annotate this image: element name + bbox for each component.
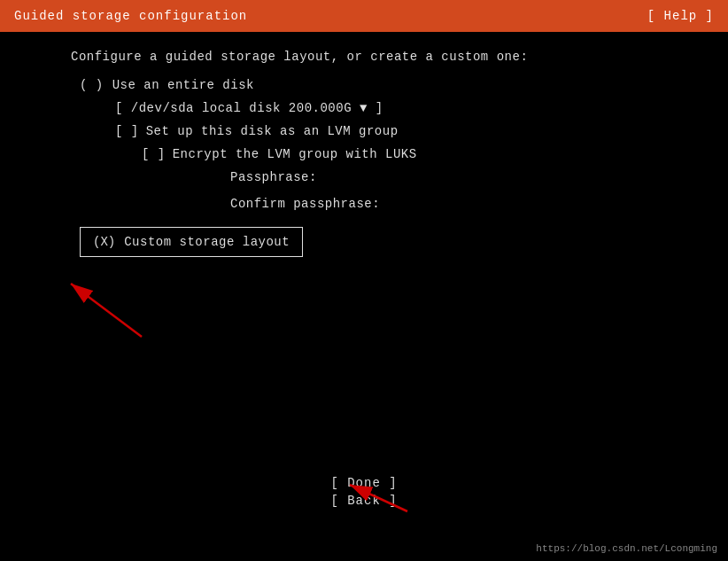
done-button[interactable]: [ Done ] [330, 476, 397, 490]
custom-storage-radio: (X) [93, 235, 115, 249]
help-button[interactable]: [ Help ] [647, 9, 714, 23]
encrypt-luks-label: Encrypt the LVM group with LUKS [173, 147, 417, 161]
bottom-buttons: [ Done ] [ Back ] [0, 476, 728, 508]
title-text: Guided storage configuration [14, 9, 247, 23]
setup-lvm-row[interactable]: [ ] Set up this disk as an LVM group [71, 124, 657, 138]
svg-line-1 [71, 284, 142, 337]
setup-lvm-label: Set up this disk as an LVM group [146, 124, 399, 138]
main-content: Configure a guided storage layout, or cr… [0, 32, 728, 284]
watermark: https://blog.csdn.net/Lcongming [536, 543, 717, 554]
encrypt-luks-row[interactable]: [ ] Encrypt the LVM group with LUKS [71, 147, 657, 161]
back-button[interactable]: [ Back ] [330, 494, 397, 508]
passphrase-label: Passphrase: [230, 170, 317, 184]
screen: Guided storage configuration [ Help ] Co… [0, 0, 728, 561]
confirm-passphrase-label: Confirm passphrase: [230, 197, 380, 211]
use-entire-disk-label: Use an entire disk [112, 78, 254, 92]
custom-storage-option[interactable]: (X) Custom storage layout [80, 227, 303, 257]
confirm-passphrase-field: Confirm passphrase: [71, 197, 657, 211]
disk-dropdown[interactable]: [ /dev/sda local disk 200.000G ▼ ] [115, 101, 383, 115]
disk-dropdown-row[interactable]: [ /dev/sda local disk 200.000G ▼ ] [71, 101, 657, 115]
custom-storage-label: Custom storage layout [124, 235, 290, 249]
setup-lvm-checkbox[interactable]: [ ] [115, 124, 139, 138]
instruction-text: Configure a guided storage layout, or cr… [71, 50, 657, 64]
custom-storage-wrapper: (X) Custom storage layout [71, 223, 657, 266]
title-bar: Guided storage configuration [ Help ] [0, 0, 728, 32]
use-entire-disk-radio: ( ) [80, 78, 104, 92]
use-entire-disk-option[interactable]: ( ) Use an entire disk [71, 78, 657, 92]
annotation-arrow-1 [53, 275, 159, 346]
passphrase-field: Passphrase: [71, 170, 657, 184]
encrypt-luks-checkbox[interactable]: [ ] [142, 147, 166, 161]
